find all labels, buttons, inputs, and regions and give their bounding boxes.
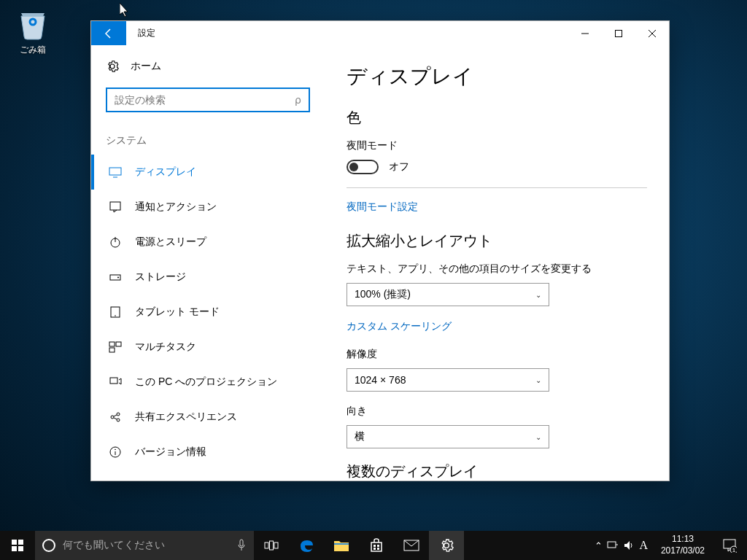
svg-rect-16 <box>110 378 117 384</box>
svg-text:1: 1 <box>732 547 736 553</box>
svg-point-19 <box>117 419 120 421</box>
svg-point-10 <box>117 277 119 279</box>
gear-icon <box>106 60 119 73</box>
orientation-dropdown[interactable]: 横 ⌄ <box>347 425 549 448</box>
scale-heading: 拡大縮小とレイアウト <box>347 231 647 251</box>
sidebar-item-display[interactable]: ディスプレイ <box>91 155 325 190</box>
night-mode-toggle[interactable] <box>347 160 379 174</box>
sidebar-item-label: ディスプレイ <box>135 166 196 179</box>
start-button[interactable] <box>0 531 35 560</box>
svg-rect-27 <box>12 546 17 551</box>
night-mode-label: 夜間モード <box>347 139 647 152</box>
recycle-bin-label: ごみ箱 <box>7 44 58 56</box>
store-button[interactable] <box>359 531 394 560</box>
titlebar: 設定 <box>91 21 669 45</box>
network-icon[interactable] <box>607 540 619 551</box>
svg-rect-36 <box>377 545 379 547</box>
sidebar-item-label: この PC へのプロジェクション <box>135 376 277 389</box>
orientation-label: 向き <box>347 405 647 418</box>
color-heading: 色 <box>347 108 647 128</box>
svg-rect-40 <box>608 542 616 548</box>
scale-label: テキスト、アプリ、その他の項目のサイズを変更する <box>347 262 647 276</box>
recycle-bin-icon <box>15 6 50 41</box>
task-view-button[interactable] <box>254 531 289 560</box>
svg-point-12 <box>115 315 116 316</box>
explorer-button[interactable] <box>324 531 359 560</box>
home-button[interactable]: ホーム <box>91 60 325 88</box>
chevron-down-icon: ⌄ <box>535 291 541 299</box>
sidebar-item-multitask[interactable]: マルチタスク <box>91 330 325 365</box>
svg-point-17 <box>111 416 114 419</box>
display-icon <box>109 166 122 179</box>
page-heading: ディスプレイ <box>347 63 647 90</box>
cursor-icon <box>120 3 130 18</box>
settings-taskbar-button[interactable] <box>429 531 464 560</box>
mail-button[interactable] <box>394 531 429 560</box>
chevron-down-icon: ⌄ <box>535 376 541 384</box>
search-icon: ⍴ <box>295 94 301 106</box>
content-pane: ディスプレイ 色 夜間モード オフ 夜間モード設定 拡大縮小とレイアウト テキス… <box>325 45 669 481</box>
storage-icon <box>109 271 122 284</box>
tray-chevron-icon[interactable]: ⌃ <box>595 540 603 551</box>
svg-rect-29 <box>240 540 243 546</box>
sidebar-item-power[interactable]: 電源とスリープ <box>91 225 325 260</box>
maximize-button[interactable] <box>602 21 635 45</box>
svg-rect-33 <box>274 542 278 548</box>
search-placeholder: 何でも聞いてください <box>63 539 165 552</box>
sidebar-item-label: タブレット モード <box>135 306 220 319</box>
clock-time: 11:13 <box>661 534 705 545</box>
category-label: システム <box>91 127 325 155</box>
share-icon <box>109 411 122 424</box>
projection-icon <box>109 376 122 389</box>
svg-rect-28 <box>18 546 23 551</box>
sidebar-item-label: 通知とアクション <box>135 201 217 214</box>
sidebar-item-projection[interactable]: この PC へのプロジェクション <box>91 365 325 400</box>
sidebar-item-label: 電源とスリープ <box>135 236 206 249</box>
svg-rect-35 <box>374 545 376 547</box>
window-title: 設定 <box>126 21 568 45</box>
svg-point-24 <box>115 449 116 451</box>
recycle-bin[interactable]: ごみ箱 <box>7 6 58 56</box>
scale-value: 100% (推奨) <box>355 288 411 301</box>
tablet-icon <box>109 306 122 319</box>
home-label: ホーム <box>131 60 161 73</box>
night-mode-settings-link[interactable]: 夜間モード設定 <box>347 201 418 214</box>
mic-icon <box>236 539 247 552</box>
sidebar-item-shared-exp[interactable]: 共有エクスペリエンス <box>91 400 325 435</box>
ime-indicator[interactable]: A <box>639 539 648 552</box>
svg-rect-38 <box>377 548 379 550</box>
back-button[interactable] <box>91 21 126 45</box>
resolution-label: 解像度 <box>347 348 647 361</box>
close-button[interactable] <box>635 21 669 45</box>
clock[interactable]: 11:13 2017/03/02 <box>654 531 712 560</box>
notifications-icon <box>109 201 122 214</box>
svg-rect-4 <box>109 168 121 175</box>
clock-date: 2017/03/02 <box>661 545 705 557</box>
svg-rect-13 <box>109 342 115 346</box>
svg-rect-31 <box>265 542 268 548</box>
search-box[interactable]: ⍴ <box>106 88 310 112</box>
volume-icon[interactable] <box>623 540 635 551</box>
edge-button[interactable] <box>289 531 324 560</box>
power-icon <box>109 236 122 249</box>
taskbar: 何でも聞いてください ⌃ A 11:13 2017/03/02 1 <box>0 531 747 560</box>
sidebar-item-tablet[interactable]: タブレット モード <box>91 295 325 330</box>
svg-rect-32 <box>270 541 274 550</box>
sidebar-item-storage[interactable]: ストレージ <box>91 260 325 295</box>
sidebar-item-notifications[interactable]: 通知とアクション <box>91 190 325 225</box>
info-icon <box>109 446 122 459</box>
sidebar-item-about[interactable]: バージョン情報 <box>91 435 325 470</box>
svg-point-18 <box>117 413 120 416</box>
minimize-button[interactable] <box>568 21 602 45</box>
svg-line-21 <box>114 418 117 419</box>
cortana-icon <box>42 539 55 552</box>
search-input[interactable] <box>115 94 295 106</box>
cortana-search[interactable]: 何でも聞いてください <box>35 531 254 560</box>
night-mode-value: オフ <box>389 160 409 174</box>
sidebar: ホーム ⍴ システム ディスプレイ 通知とアクション 電源とスリープ <box>91 45 325 481</box>
custom-scaling-link[interactable]: カスタム スケーリング <box>347 320 452 333</box>
svg-rect-1 <box>616 30 622 36</box>
scale-dropdown[interactable]: 100% (推奨) ⌄ <box>347 283 549 306</box>
resolution-dropdown[interactable]: 747 × 560 ⌄ <box>347 368 549 392</box>
action-center-button[interactable]: 1 <box>712 531 747 560</box>
